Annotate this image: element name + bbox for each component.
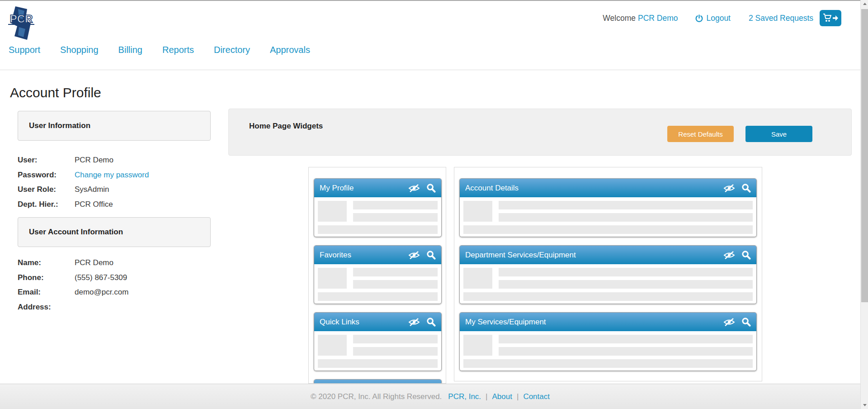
name-value: PCR Demo — [75, 258, 113, 267]
search-icon[interactable] — [741, 317, 751, 327]
placeholder-bar — [499, 280, 753, 289]
placeholder-bar — [463, 225, 753, 234]
save-button[interactable]: Save — [745, 126, 812, 142]
widget-card-quick-links[interactable]: Quick Links — [314, 312, 442, 371]
placeholder-bar — [499, 335, 753, 343]
widget-title: Favorites — [320, 251, 408, 260]
widget-card-account-details[interactable]: Account Details — [459, 178, 757, 237]
user-value: PCR Demo — [75, 156, 113, 165]
scrollbar-thumb[interactable] — [861, 9, 868, 302]
widget-placeholder-content — [314, 197, 441, 237]
dept-hier-label: Dept. Hier.: — [18, 200, 75, 209]
cart-checkout-button[interactable] — [820, 10, 841, 26]
widget-column-right: Account Details Department Services/Equi… — [454, 167, 762, 381]
home-page-widgets-panel: Home Page Widgets Reset Defaults Save — [228, 109, 852, 156]
widget-title: Account Details — [465, 184, 723, 193]
nav-shopping[interactable]: Shopping — [60, 45, 99, 55]
placeholder-block — [318, 335, 347, 356]
search-icon[interactable] — [741, 183, 751, 193]
eye-slash-icon[interactable] — [408, 184, 420, 193]
email-value: demo@pcr.com — [75, 288, 128, 297]
widget-title: My Profile — [320, 184, 408, 193]
welcome-label: Welcome — [603, 14, 636, 23]
nav-directory[interactable]: Directory — [214, 45, 250, 55]
scroll-down-arrow[interactable] — [861, 401, 868, 409]
placeholder-block — [463, 201, 492, 222]
placeholder-block — [463, 268, 492, 289]
nav-reports[interactable]: Reports — [162, 45, 194, 55]
user-information-header: User Information — [18, 111, 211, 141]
eye-slash-icon[interactable] — [408, 318, 420, 327]
password-label: Password: — [18, 171, 75, 180]
placeholder-bar — [353, 347, 438, 356]
eye-slash-icon[interactable] — [723, 318, 735, 327]
placeholder-block — [318, 268, 347, 289]
widget-title: My Services/Equipment — [465, 318, 723, 327]
widget-title: Quick Links — [320, 318, 408, 327]
user-information-title: User Information — [29, 121, 90, 130]
dept-hier-row: Dept. Hier.: PCR Office — [18, 197, 149, 212]
name-label: Name: — [18, 258, 75, 267]
footer-link-pcr[interactable]: PCR, Inc. — [448, 392, 481, 401]
reset-defaults-button[interactable]: Reset Defaults — [667, 126, 734, 142]
eye-slash-icon[interactable] — [723, 251, 735, 260]
widget-card-partial[interactable] — [314, 379, 442, 384]
user-role-value: SysAdmin — [75, 185, 109, 194]
eye-slash-icon[interactable] — [723, 184, 735, 193]
logout-button[interactable]: Logout — [695, 14, 731, 23]
user-row: User: PCR Demo — [18, 153, 149, 168]
placeholder-bar — [463, 292, 753, 301]
widget-card-header: My Services/Equipment — [460, 313, 756, 331]
search-icon[interactable] — [426, 250, 436, 260]
user-profile-link[interactable]: PCR Demo — [638, 14, 678, 23]
scroll-up-arrow[interactable] — [861, 0, 868, 8]
user-label: User: — [18, 156, 75, 165]
search-icon[interactable] — [426, 183, 436, 193]
widget-card-header: Quick Links — [314, 313, 441, 331]
placeholder-block — [463, 335, 492, 356]
widget-card-header: My Profile — [314, 179, 441, 197]
user-account-information-header: User Account Information — [18, 217, 211, 247]
power-icon — [695, 14, 703, 23]
placeholder-bar — [353, 201, 438, 209]
phone-label: Phone: — [18, 273, 75, 282]
widget-card-header: Favorites — [314, 246, 441, 264]
pcr-logo-icon: PCR — [7, 6, 35, 40]
placeholder-bar — [318, 359, 438, 368]
footer-link-about[interactable]: About — [492, 392, 512, 401]
saved-requests-link[interactable]: 2 Saved Requests — [749, 14, 813, 23]
copyright-text: © 2020 PCR, Inc. All Rights Reserved. — [311, 392, 442, 401]
eye-slash-icon[interactable] — [408, 251, 420, 260]
logout-label: Logout — [706, 14, 731, 23]
search-icon[interactable] — [426, 317, 436, 327]
placeholder-bar — [318, 292, 438, 301]
placeholder-bar — [499, 201, 753, 209]
placeholder-bar — [353, 213, 438, 222]
widget-placeholder-content — [460, 197, 756, 237]
widget-card-header: Department Services/Equipment — [460, 246, 756, 264]
pcr-logo[interactable]: PCR — [7, 6, 35, 40]
nav-support[interactable]: Support — [9, 45, 40, 55]
placeholder-bar — [353, 335, 438, 343]
main-nav: Support Shopping Billing Reports Directo… — [9, 45, 310, 55]
svg-text:PCR: PCR — [10, 13, 33, 25]
header: PCR Welcome PCR Demo Logout 2 Saved Requ… — [0, 1, 860, 70]
phone-row: Phone: (555) 867-5309 — [18, 271, 128, 285]
change-password-link[interactable]: Change my password — [75, 171, 149, 180]
user-role-row: User Role: SysAdmin — [18, 182, 149, 197]
footer-link-contact[interactable]: Contact — [523, 392, 550, 401]
user-account-information-rows: Name: PCR Demo Phone: (555) 867-5309 Ema… — [18, 256, 128, 314]
phone-value: (555) 867-5309 — [75, 273, 127, 282]
widget-card-department-services[interactable]: Department Services/Equipment — [459, 245, 757, 304]
widget-card-header: Account Details — [460, 179, 756, 197]
widget-card-my-services[interactable]: My Services/Equipment — [459, 312, 757, 371]
nav-billing[interactable]: Billing — [118, 45, 142, 55]
widget-card-favorites[interactable]: Favorites — [314, 245, 442, 304]
placeholder-bar — [353, 268, 438, 276]
search-icon[interactable] — [741, 250, 751, 260]
address-label: Address: — [18, 303, 75, 312]
nav-approvals[interactable]: Approvals — [270, 45, 310, 55]
widget-placeholder-content — [460, 331, 756, 371]
vertical-scrollbar[interactable] — [860, 0, 868, 409]
widget-card-my-profile[interactable]: My Profile — [314, 178, 442, 237]
